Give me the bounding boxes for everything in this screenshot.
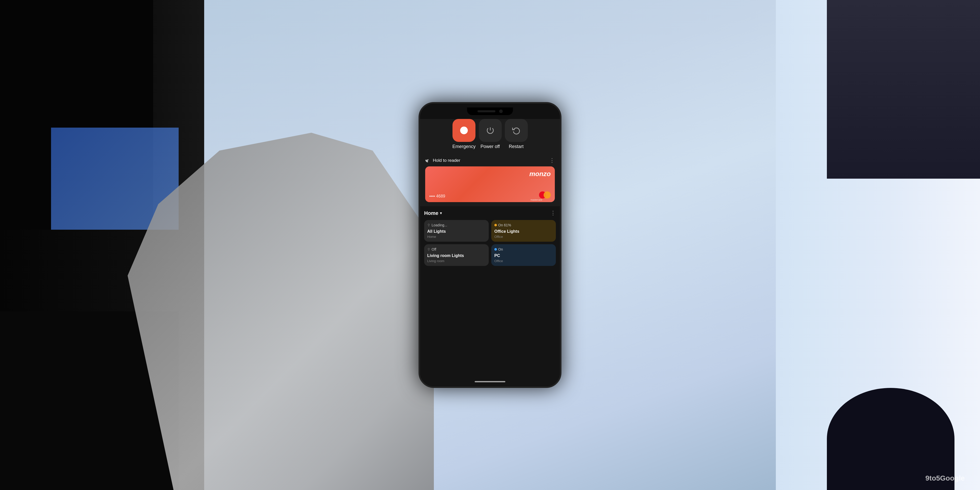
home-indicator[interactable]	[475, 381, 505, 382]
restart-icon-bg	[505, 119, 528, 142]
emergency-button[interactable]: Emergency	[452, 119, 476, 149]
home-title[interactable]: Home ▾	[424, 210, 442, 216]
emergency-icon-bg	[452, 119, 476, 142]
nfc-text: Hold to reader	[433, 158, 460, 163]
living-room-status-text: Off	[431, 247, 436, 251]
office-lights-name: Office Lights	[494, 229, 553, 234]
restart-label: Restart	[509, 144, 524, 149]
home-header: Home ▾ ⋮	[424, 210, 556, 216]
pc-status: On	[494, 247, 553, 251]
bg-shape-rt	[827, 0, 980, 179]
home-more-button[interactable]: ⋮	[550, 210, 556, 216]
wallet-section: Hold to reader ⋮ monzo •••• 4689 masterc…	[420, 154, 560, 206]
all-lights-name: All Lights	[427, 229, 486, 234]
home-chevron-icon: ▾	[440, 211, 442, 215]
lightbulb-off-icon	[427, 248, 430, 251]
notch-camera	[499, 110, 503, 113]
phone-container: Emergency Power off	[418, 102, 562, 388]
office-lights-room: Office	[494, 235, 553, 239]
monzo-card-bottom: •••• 4689	[429, 191, 551, 199]
watermark: 9to5Google	[925, 474, 965, 482]
device-tile-living-room[interactable]: Off Living room Lights Living room	[424, 244, 489, 266]
poweroff-icon	[486, 126, 494, 135]
wallet-more-button[interactable]: ⋮	[549, 157, 555, 164]
living-room-status: Off	[427, 247, 486, 251]
all-lights-status-text: Loading...	[431, 223, 447, 227]
wallet-header: Hold to reader ⋮	[425, 157, 555, 164]
phone-top-bar	[420, 103, 560, 119]
emergency-icon	[460, 126, 469, 135]
poweroff-label: Power off	[480, 144, 500, 149]
office-lights-status: On 61%	[494, 223, 553, 227]
living-room-room: Living room	[427, 259, 486, 263]
emergency-label: Emergency	[452, 144, 476, 149]
all-lights-status: Loading...	[427, 223, 486, 227]
pc-status-text: On	[498, 247, 503, 251]
monzo-card[interactable]: monzo •••• 4689 mastercard	[425, 166, 555, 202]
office-lights-dot	[494, 224, 497, 226]
office-lights-status-text: On 61%	[498, 223, 511, 227]
nfc-icon	[425, 157, 431, 164]
lightbulb-icon	[427, 224, 430, 227]
restart-icon	[512, 126, 520, 135]
device-tile-pc[interactable]: On PC Office	[491, 244, 556, 266]
all-lights-room: Home	[427, 235, 486, 239]
phone-screen: Emergency Power off	[420, 103, 560, 387]
monzo-logo: monzo	[529, 170, 551, 178]
smart-home-section: Home ▾ ⋮ Loading... All Li	[420, 206, 560, 379]
pc-name: PC	[494, 253, 553, 258]
devices-grid: Loading... All Lights Home On 61% Office…	[424, 220, 556, 266]
pc-room: Office	[494, 259, 553, 263]
phone-notch	[467, 107, 513, 115]
nfc-label: Hold to reader	[425, 157, 460, 164]
poweroff-icon-bg	[479, 119, 502, 142]
phone-home-bar	[420, 379, 560, 387]
device-tile-all-lights[interactable]: Loading... All Lights Home	[424, 220, 489, 242]
nfc-waves-icon	[425, 157, 431, 162]
notch-speaker	[477, 110, 495, 112]
pc-dot	[494, 248, 497, 251]
device-tile-office-lights[interactable]: On 61% Office Lights Office	[491, 220, 556, 242]
svg-point-0	[428, 159, 428, 160]
mastercard-icon	[539, 191, 551, 199]
phone-body: Emergency Power off	[418, 102, 562, 388]
poweroff-button[interactable]: Power off	[479, 119, 502, 149]
mc-yellow-circle	[544, 191, 551, 199]
living-room-name: Living room Lights	[427, 253, 486, 258]
restart-button[interactable]: Restart	[505, 119, 528, 149]
home-title-text: Home	[424, 210, 438, 216]
mc-text: mastercard	[531, 199, 542, 201]
monzo-card-number: •••• 4689	[429, 194, 445, 199]
